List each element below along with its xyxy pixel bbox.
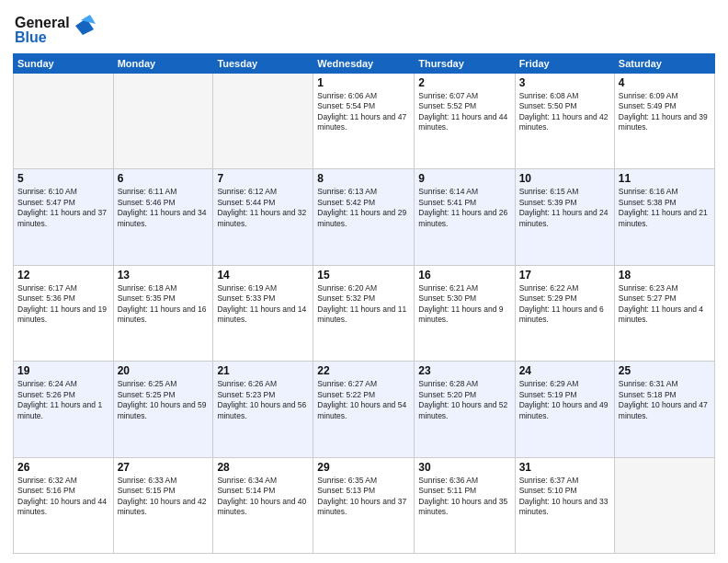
calendar-cell: 20Sunrise: 6:25 AM Sunset: 5:25 PM Dayli… <box>113 362 213 457</box>
day-number: 2 <box>418 76 510 89</box>
calendar-cell: 2Sunrise: 6:07 AM Sunset: 5:52 PM Daylig… <box>415 74 515 169</box>
header-row: SundayMondayTuesdayWednesdayThursdayFrid… <box>14 54 715 74</box>
day-info: Sunrise: 6:21 AM Sunset: 5:30 PM Dayligh… <box>418 283 510 326</box>
day-info: Sunrise: 6:23 AM Sunset: 5:27 PM Dayligh… <box>619 283 711 326</box>
day-number: 3 <box>519 76 610 89</box>
logo-icon: General Blue <box>13 9 96 48</box>
weekday-header-tuesday: Tuesday <box>213 54 313 74</box>
day-number: 6 <box>118 172 210 185</box>
weekday-header-thursday: Thursday <box>415 54 515 74</box>
day-info: Sunrise: 6:26 AM Sunset: 5:23 PM Dayligh… <box>217 379 309 421</box>
calendar-cell: 8Sunrise: 6:13 AM Sunset: 5:42 PM Daylig… <box>313 169 415 265</box>
day-info: Sunrise: 6:27 AM Sunset: 5:22 PM Dayligh… <box>317 379 410 421</box>
weekday-header-wednesday: Wednesday <box>313 54 415 74</box>
week-row-4: 19Sunrise: 6:24 AM Sunset: 5:26 PM Dayli… <box>14 362 715 457</box>
calendar-cell: 23Sunrise: 6:28 AM Sunset: 5:20 PM Dayli… <box>415 362 515 457</box>
week-row-2: 5Sunrise: 6:10 AM Sunset: 5:47 PM Daylig… <box>14 169 715 265</box>
day-number: 22 <box>317 364 410 377</box>
calendar-cell: 28Sunrise: 6:34 AM Sunset: 5:14 PM Dayli… <box>213 457 313 553</box>
day-number: 18 <box>619 269 711 282</box>
day-info: Sunrise: 6:24 AM Sunset: 5:26 PM Dayligh… <box>17 379 109 421</box>
calendar-cell: 6Sunrise: 6:11 AM Sunset: 5:46 PM Daylig… <box>113 169 213 265</box>
day-info: Sunrise: 6:18 AM Sunset: 5:35 PM Dayligh… <box>118 283 210 326</box>
day-number: 8 <box>317 172 410 185</box>
day-number: 30 <box>418 461 510 474</box>
day-info: Sunrise: 6:13 AM Sunset: 5:42 PM Dayligh… <box>317 187 410 229</box>
day-info: Sunrise: 6:36 AM Sunset: 5:11 PM Dayligh… <box>418 476 510 518</box>
calendar-cell: 7Sunrise: 6:12 AM Sunset: 5:44 PM Daylig… <box>213 169 313 265</box>
day-info: Sunrise: 6:20 AM Sunset: 5:32 PM Dayligh… <box>317 283 410 326</box>
day-info: Sunrise: 6:31 AM Sunset: 5:18 PM Dayligh… <box>619 379 711 421</box>
day-number: 1 <box>317 76 410 89</box>
page-header: General Blue <box>13 9 715 48</box>
logo: General Blue <box>13 9 96 48</box>
day-number: 14 <box>217 269 309 282</box>
svg-text:General: General <box>15 15 70 30</box>
day-number: 21 <box>217 364 309 377</box>
calendar-cell: 3Sunrise: 6:08 AM Sunset: 5:50 PM Daylig… <box>515 74 614 169</box>
day-number: 24 <box>519 364 610 377</box>
day-info: Sunrise: 6:35 AM Sunset: 5:13 PM Dayligh… <box>317 476 410 518</box>
calendar-cell: 14Sunrise: 6:19 AM Sunset: 5:33 PM Dayli… <box>213 265 313 361</box>
day-number: 4 <box>619 76 711 89</box>
day-number: 13 <box>118 269 210 282</box>
day-info: Sunrise: 6:37 AM Sunset: 5:10 PM Dayligh… <box>519 476 610 518</box>
day-info: Sunrise: 6:10 AM Sunset: 5:47 PM Dayligh… <box>17 187 109 229</box>
day-info: Sunrise: 6:08 AM Sunset: 5:50 PM Dayligh… <box>519 91 610 133</box>
day-info: Sunrise: 6:11 AM Sunset: 5:46 PM Dayligh… <box>118 187 210 229</box>
weekday-header-saturday: Saturday <box>614 54 714 74</box>
day-number: 31 <box>519 461 610 474</box>
calendar-table: SundayMondayTuesdayWednesdayThursdayFrid… <box>13 53 715 554</box>
calendar-cell: 13Sunrise: 6:18 AM Sunset: 5:35 PM Dayli… <box>113 265 213 361</box>
weekday-header-friday: Friday <box>515 54 614 74</box>
day-info: Sunrise: 6:34 AM Sunset: 5:14 PM Dayligh… <box>217 476 309 518</box>
day-info: Sunrise: 6:07 AM Sunset: 5:52 PM Dayligh… <box>418 91 510 133</box>
day-number: 28 <box>217 461 309 474</box>
day-info: Sunrise: 6:15 AM Sunset: 5:39 PM Dayligh… <box>519 187 610 229</box>
day-number: 26 <box>17 461 109 474</box>
week-row-1: 1Sunrise: 6:06 AM Sunset: 5:54 PM Daylig… <box>14 74 715 169</box>
day-number: 27 <box>118 461 210 474</box>
day-number: 23 <box>418 364 510 377</box>
calendar-cell: 12Sunrise: 6:17 AM Sunset: 5:36 PM Dayli… <box>14 265 114 361</box>
calendar-cell: 26Sunrise: 6:32 AM Sunset: 5:16 PM Dayli… <box>14 457 114 553</box>
day-info: Sunrise: 6:09 AM Sunset: 5:49 PM Dayligh… <box>619 91 711 133</box>
day-info: Sunrise: 6:32 AM Sunset: 5:16 PM Dayligh… <box>17 476 109 518</box>
day-info: Sunrise: 6:14 AM Sunset: 5:41 PM Dayligh… <box>418 187 510 229</box>
svg-text:Blue: Blue <box>15 29 47 45</box>
day-number: 19 <box>17 364 109 377</box>
calendar-cell: 9Sunrise: 6:14 AM Sunset: 5:41 PM Daylig… <box>415 169 515 265</box>
day-number: 12 <box>17 269 109 282</box>
weekday-header-sunday: Sunday <box>14 54 114 74</box>
day-number: 20 <box>118 364 210 377</box>
day-number: 7 <box>217 172 309 185</box>
day-number: 29 <box>317 461 410 474</box>
calendar-cell: 5Sunrise: 6:10 AM Sunset: 5:47 PM Daylig… <box>14 169 114 265</box>
week-row-3: 12Sunrise: 6:17 AM Sunset: 5:36 PM Dayli… <box>14 265 715 361</box>
day-info: Sunrise: 6:17 AM Sunset: 5:36 PM Dayligh… <box>17 283 109 326</box>
day-info: Sunrise: 6:12 AM Sunset: 5:44 PM Dayligh… <box>217 187 309 229</box>
day-number: 25 <box>619 364 711 377</box>
calendar-cell: 22Sunrise: 6:27 AM Sunset: 5:22 PM Dayli… <box>313 362 415 457</box>
day-info: Sunrise: 6:29 AM Sunset: 5:19 PM Dayligh… <box>519 379 610 421</box>
calendar-cell: 16Sunrise: 6:21 AM Sunset: 5:30 PM Dayli… <box>415 265 515 361</box>
calendar-cell: 11Sunrise: 6:16 AM Sunset: 5:38 PM Dayli… <box>614 169 714 265</box>
calendar-cell: 25Sunrise: 6:31 AM Sunset: 5:18 PM Dayli… <box>614 362 714 457</box>
day-info: Sunrise: 6:28 AM Sunset: 5:20 PM Dayligh… <box>418 379 510 421</box>
calendar-cell: 30Sunrise: 6:36 AM Sunset: 5:11 PM Dayli… <box>415 457 515 553</box>
day-info: Sunrise: 6:33 AM Sunset: 5:15 PM Dayligh… <box>118 476 210 518</box>
calendar-cell: 31Sunrise: 6:37 AM Sunset: 5:10 PM Dayli… <box>515 457 614 553</box>
day-info: Sunrise: 6:19 AM Sunset: 5:33 PM Dayligh… <box>217 283 309 326</box>
day-number: 10 <box>519 172 610 185</box>
day-number: 17 <box>519 269 610 282</box>
calendar-cell: 4Sunrise: 6:09 AM Sunset: 5:49 PM Daylig… <box>614 74 714 169</box>
calendar-cell: 24Sunrise: 6:29 AM Sunset: 5:19 PM Dayli… <box>515 362 614 457</box>
day-number: 11 <box>619 172 711 185</box>
day-info: Sunrise: 6:22 AM Sunset: 5:29 PM Dayligh… <box>519 283 610 326</box>
week-row-5: 26Sunrise: 6:32 AM Sunset: 5:16 PM Dayli… <box>14 457 715 553</box>
day-info: Sunrise: 6:25 AM Sunset: 5:25 PM Dayligh… <box>118 379 210 421</box>
calendar-cell: 21Sunrise: 6:26 AM Sunset: 5:23 PM Dayli… <box>213 362 313 457</box>
day-number: 16 <box>418 269 510 282</box>
page-container: General Blue SundayMondayTuesdayWednesda… <box>0 0 728 563</box>
calendar-cell <box>14 74 114 169</box>
